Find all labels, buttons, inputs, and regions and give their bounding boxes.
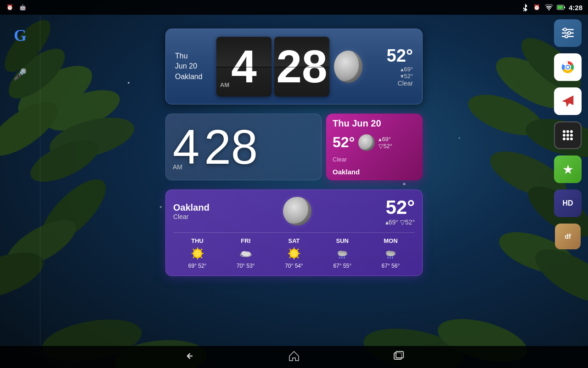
flip-clock-digits: 4 AM 28 (216, 37, 329, 97)
right-sidebar: ★ HD df (548, 15, 588, 346)
svg-point-67 (242, 253, 250, 256)
microphone-button[interactable]: 🎤 (6, 61, 34, 88)
svg-line-61 (201, 249, 202, 250)
svg-line-74 (289, 249, 291, 250)
svg-point-43 (566, 66, 569, 69)
large-minute: 28 (204, 123, 258, 171)
svg-line-83 (344, 257, 345, 259)
svg-point-51 (566, 138, 569, 140)
main-content: Thu Jun 20 Oakland 4 AM 28 52° ▴69° ▾52°… (40, 15, 548, 346)
widget-row: 4 28 AM Thu Jun 20 52° ▴69° ▽52° Clear O… (165, 114, 423, 180)
left-sidebar: G 🎤 (0, 15, 40, 346)
settings-app-icon[interactable] (554, 19, 582, 47)
battery-icon (557, 3, 565, 12)
back-button[interactable] (183, 350, 196, 365)
svg-point-49 (570, 134, 573, 137)
forecast-thu-label: THU (191, 237, 204, 244)
svg-line-89 (392, 257, 393, 259)
wifi-icon (545, 3, 553, 12)
magenta-city: Oakland (333, 168, 416, 176)
svg-point-86 (386, 253, 395, 256)
magenta-temp: 52° (333, 134, 355, 151)
magenta-weather-widget[interactable]: Thu Jun 20 52° ▴69° ▽52° Clear Oakland (326, 114, 423, 180)
hd-label: HD (562, 199, 573, 207)
flip-weather-section: 52° ▴69° ▾52° Clear (367, 46, 413, 87)
hd-app-icon[interactable]: HD (554, 190, 582, 217)
bluetooth-icon (521, 3, 529, 12)
svg-rect-32 (564, 6, 565, 9)
magenta-moon (358, 134, 375, 151)
flip-am-label: AM (220, 81, 229, 88)
forecast-fri-label: FRI (241, 237, 250, 244)
app-grid-icon[interactable] (554, 121, 582, 149)
large-am-label: AM (173, 163, 182, 171)
weather-temp-block: 52° ▴69° ▽52° (385, 196, 415, 226)
magenta-date: Thu Jun 20 (333, 118, 416, 129)
flip-month-day: Jun 20 (175, 61, 216, 71)
weather-city: Oakland (173, 202, 209, 213)
weather-city-block: Oakland Clear (173, 202, 209, 220)
forecast-sat-icon (287, 246, 301, 261)
svg-point-47 (563, 134, 565, 137)
topbar-right: ⏰ 4:28 (521, 3, 582, 12)
forecast-sun-temp: 67° 55° (333, 263, 351, 269)
topbar: ⏰ 🤖 ⏰ 4:28 (0, 0, 588, 15)
svg-line-82 (342, 257, 342, 259)
star-app-icon[interactable]: ★ (554, 155, 582, 183)
svg-point-50 (563, 138, 565, 140)
forecast-mon: MON 67° 56° (367, 237, 415, 269)
forecast-fri: FRI 70° 53° (221, 237, 270, 269)
svg-point-80 (338, 253, 346, 256)
svg-line-81 (339, 257, 340, 259)
forecast-sun: SUN 67° 55° (318, 237, 367, 269)
plane-app-icon[interactable] (554, 87, 582, 115)
weather-forecast-row: THU 69° 5 (173, 232, 415, 269)
weather-top: Oakland Clear 52° ▴69° ▽52° (173, 196, 415, 226)
chrome-app-icon[interactable] (554, 53, 582, 81)
forecast-sat: SAT 70° 54° (270, 237, 318, 269)
flip-high: ▴69° (401, 66, 413, 73)
df-label: df (565, 233, 571, 240)
svg-rect-31 (558, 6, 563, 9)
weather-forecast-widget[interactable]: Oakland Clear 52° ▴69° ▽52° THU (165, 190, 423, 276)
svg-line-60 (201, 257, 202, 258)
forecast-thu: THU 69° 5 (173, 237, 221, 269)
alarm-icon: ⏰ (6, 3, 14, 12)
android-icon: 🤖 (18, 3, 27, 12)
large-clock-widget[interactable]: 4 28 AM (165, 114, 322, 180)
forecast-sun-label: SUN (336, 237, 348, 244)
df-app-icon[interactable]: df (555, 224, 581, 249)
svg-point-45 (566, 130, 569, 133)
google-search-button[interactable]: G (9, 24, 32, 47)
forecast-mon-label: MON (384, 237, 397, 244)
magenta-temp-row: 52° ▴69° ▽52° (333, 134, 416, 151)
svg-point-69 (291, 250, 297, 257)
forecast-sun-icon (335, 246, 350, 261)
weather-temp-range: ▴69° ▽52° (385, 218, 415, 226)
flip-minute-digit: 28 (274, 37, 329, 97)
svg-point-44 (563, 130, 565, 133)
google-g-icon: G (14, 26, 27, 45)
flip-day: Thu (175, 51, 216, 61)
home-button[interactable] (288, 350, 300, 365)
alarm2-icon: ⏰ (533, 3, 541, 12)
forecast-thu-temp: 69° 52° (188, 263, 207, 269)
flip-clock-widget[interactable]: Thu Jun 20 Oakland 4 AM 28 52° ▴69° ▾52°… (165, 29, 423, 104)
magenta-condition: Clear (333, 156, 416, 163)
topbar-left: ⏰ 🤖 (6, 3, 27, 12)
forecast-fri-icon (238, 246, 253, 261)
svg-rect-91 (396, 351, 403, 358)
recents-button[interactable] (392, 351, 405, 363)
flip-city: Oakland (175, 72, 216, 82)
forecast-mon-temp: 67° 56° (382, 263, 400, 269)
svg-point-38 (565, 35, 568, 38)
clock-time: 4:28 (569, 4, 582, 12)
forecast-fri-temp: 70° 53° (237, 263, 255, 269)
magenta-range-block: ▴69° ▽52° (379, 136, 392, 150)
svg-point-52 (570, 138, 573, 140)
svg-point-48 (566, 134, 569, 137)
mic-icon: 🎤 (13, 68, 27, 81)
svg-line-77 (289, 257, 291, 258)
forecast-sat-temp: 70° 54° (285, 263, 303, 269)
weather-moon (283, 197, 311, 225)
